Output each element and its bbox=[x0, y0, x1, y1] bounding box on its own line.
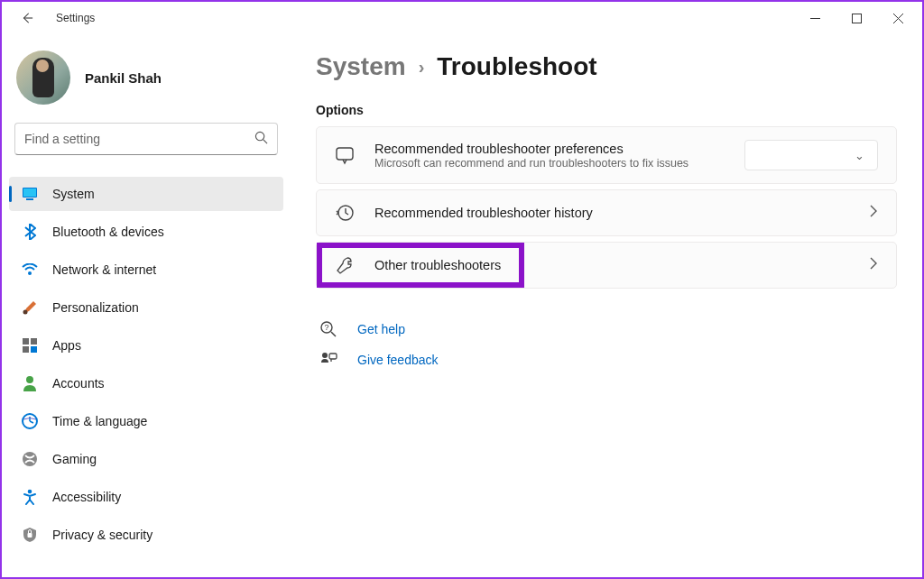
svg-rect-3 bbox=[23, 188, 36, 197]
apps-icon bbox=[22, 337, 38, 354]
sidebar-item-accessibility[interactable]: Accessibility bbox=[9, 480, 283, 514]
svg-rect-15 bbox=[28, 533, 32, 538]
sidebar-item-gaming[interactable]: Gaming bbox=[9, 442, 283, 476]
system-icon bbox=[22, 186, 38, 202]
card-troubleshooter-history[interactable]: Recommended troubleshooter history bbox=[316, 189, 897, 236]
breadcrumb-parent[interactable]: System bbox=[316, 52, 406, 81]
svg-rect-8 bbox=[31, 338, 37, 345]
svg-point-11 bbox=[26, 376, 33, 383]
chevron-right-icon: › bbox=[419, 57, 425, 78]
accessibility-icon bbox=[22, 489, 38, 505]
wifi-icon bbox=[22, 262, 38, 278]
breadcrumb-current: Troubleshoot bbox=[437, 52, 596, 81]
card-title: Other troubleshooters bbox=[374, 258, 849, 272]
svg-rect-7 bbox=[23, 338, 29, 345]
sidebar-item-label: Gaming bbox=[52, 452, 97, 466]
svg-rect-9 bbox=[23, 346, 29, 353]
minimize-button[interactable] bbox=[794, 4, 836, 32]
sidebar-item-label: Network & internet bbox=[52, 262, 156, 277]
chevron-down-icon: ⌄ bbox=[855, 149, 864, 162]
card-title: Recommended troubleshooter history bbox=[374, 206, 849, 220]
card-other-troubleshooters[interactable]: Other troubleshooters bbox=[316, 242, 897, 289]
sidebar-item-accounts[interactable]: Accounts bbox=[9, 366, 283, 400]
sidebar-item-network[interactable]: Network & internet bbox=[9, 253, 283, 287]
svg-rect-10 bbox=[31, 346, 37, 353]
svg-text:?: ? bbox=[324, 323, 328, 332]
sidebar-item-system[interactable]: System bbox=[9, 177, 283, 211]
maximize-button[interactable] bbox=[836, 4, 877, 32]
profile-section[interactable]: Pankil Shah bbox=[9, 45, 283, 123]
svg-point-6 bbox=[23, 310, 28, 315]
sidebar-item-label: Accessibility bbox=[52, 490, 121, 504]
sidebar-item-label: Bluetooth & devices bbox=[52, 225, 164, 239]
sidebar-item-privacy[interactable]: Privacy & security bbox=[9, 518, 283, 552]
profile-name: Pankil Shah bbox=[85, 70, 162, 86]
window-title: Settings bbox=[56, 12, 95, 24]
give-feedback-link[interactable]: Give feedback bbox=[316, 345, 897, 375]
paintbrush-icon bbox=[22, 299, 38, 316]
svg-point-14 bbox=[28, 490, 32, 494]
section-heading: Options bbox=[316, 103, 897, 117]
chevron-right-icon bbox=[869, 205, 878, 221]
sidebar-item-personalization[interactable]: Personalization bbox=[9, 290, 283, 325]
sidebar-item-label: Privacy & security bbox=[52, 528, 152, 542]
back-button[interactable] bbox=[13, 4, 42, 32]
help-icon: ? bbox=[319, 320, 337, 338]
sidebar-item-bluetooth[interactable]: Bluetooth & devices bbox=[9, 215, 283, 249]
chevron-right-icon bbox=[869, 257, 878, 273]
sidebar-item-time[interactable]: Time & language bbox=[9, 404, 283, 438]
svg-point-13 bbox=[23, 452, 37, 466]
chat-bubble-icon bbox=[335, 145, 355, 165]
card-title: Recommended troubleshooter preferences bbox=[374, 142, 725, 156]
svg-rect-4 bbox=[26, 198, 33, 200]
person-icon bbox=[22, 375, 38, 391]
sidebar-item-label: Accounts bbox=[52, 376, 105, 391]
sidebar-nav: System Bluetooth & devices Network & int… bbox=[9, 177, 283, 552]
close-button[interactable] bbox=[877, 4, 919, 32]
xbox-icon bbox=[22, 451, 38, 467]
search-icon bbox=[254, 131, 268, 148]
sidebar-item-apps[interactable]: Apps bbox=[9, 328, 283, 363]
sidebar-item-label: Time & language bbox=[52, 414, 147, 428]
link-label: Get help bbox=[357, 322, 405, 336]
globe-clock-icon bbox=[22, 413, 38, 429]
shield-icon bbox=[22, 527, 38, 543]
preferences-dropdown[interactable]: ⌄ bbox=[744, 140, 878, 170]
svg-point-1 bbox=[255, 132, 263, 140]
search-box[interactable] bbox=[14, 123, 278, 155]
get-help-link[interactable]: ? Get help bbox=[316, 314, 897, 345]
svg-point-20 bbox=[322, 353, 328, 358]
bluetooth-icon bbox=[22, 224, 38, 240]
avatar bbox=[16, 51, 70, 105]
card-troubleshooter-preferences[interactable]: Recommended troubleshooter preferences M… bbox=[316, 126, 897, 184]
sidebar-item-label: Apps bbox=[52, 338, 81, 353]
sidebar-item-label: Personalization bbox=[52, 300, 139, 315]
svg-rect-16 bbox=[337, 148, 353, 160]
breadcrumb: System › Troubleshoot bbox=[316, 52, 897, 81]
sidebar-item-label: System bbox=[52, 187, 95, 201]
svg-rect-0 bbox=[852, 14, 861, 23]
wrench-icon bbox=[335, 255, 355, 275]
svg-rect-21 bbox=[329, 354, 337, 359]
feedback-icon bbox=[319, 351, 337, 369]
search-input[interactable] bbox=[24, 132, 254, 146]
card-subtitle: Microsoft can recommend and run troubles… bbox=[374, 157, 725, 170]
history-icon bbox=[335, 203, 355, 223]
svg-point-5 bbox=[28, 271, 32, 275]
link-label: Give feedback bbox=[357, 353, 439, 367]
